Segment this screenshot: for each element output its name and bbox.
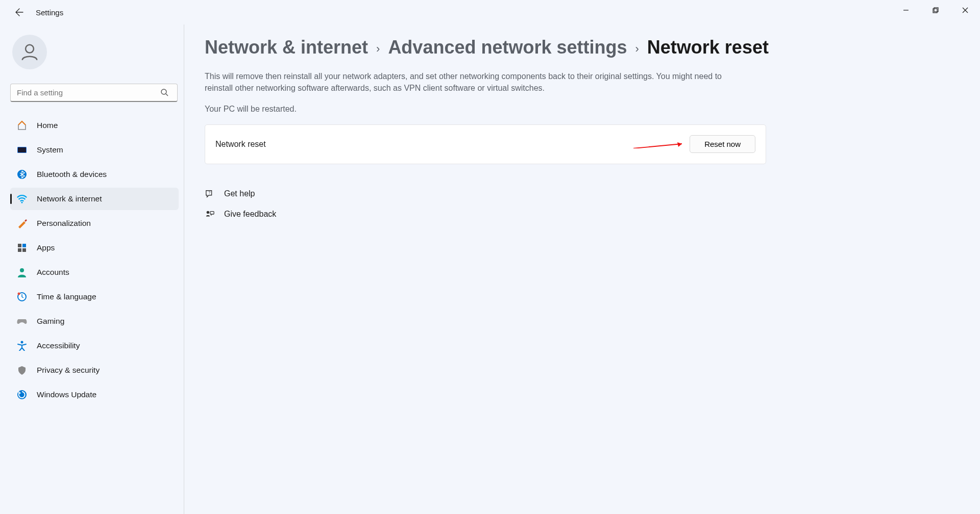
chevron-right-icon: › — [376, 39, 380, 56]
sidebar-item-label: Accounts — [37, 268, 69, 277]
breadcrumb: Network & internet › Advanced network se… — [205, 37, 958, 58]
svg-point-19 — [21, 341, 23, 344]
sidebar-item-label: Bluetooth & devices — [37, 170, 107, 179]
sidebar-item-personalization[interactable]: Personalization — [10, 212, 179, 235]
svg-rect-15 — [22, 248, 26, 252]
svg-rect-13 — [22, 244, 26, 247]
give-feedback-link[interactable]: Give feedback — [205, 205, 958, 223]
sidebar-item-label: Gaming — [37, 317, 64, 326]
svg-line-21 — [633, 144, 682, 148]
sidebar-item-label: System — [37, 145, 63, 155]
gaming-icon — [16, 316, 28, 327]
time-icon — [16, 291, 28, 302]
page-title: Network reset — [647, 37, 769, 58]
svg-rect-1 — [933, 9, 937, 13]
sidebar-item-label: Windows Update — [37, 390, 96, 399]
svg-point-18 — [18, 293, 20, 295]
description-text: This will remove then reinstall all your… — [205, 70, 741, 94]
sidebar-item-label: Time & language — [37, 292, 96, 301]
search-icon — [160, 88, 168, 98]
home-icon — [16, 120, 28, 131]
close-button[interactable] — [950, 0, 980, 20]
main-content: Network & internet › Advanced network se… — [184, 24, 980, 514]
breadcrumb-advanced[interactable]: Advanced network settings — [388, 37, 627, 58]
sidebar-item-label: Personalization — [37, 219, 91, 228]
arrow-left-icon — [15, 8, 23, 16]
sidebar-item-update[interactable]: Windows Update — [10, 383, 179, 406]
minimize-button[interactable] — [891, 0, 921, 20]
maximize-button[interactable] — [921, 0, 950, 20]
accounts-icon — [16, 267, 28, 278]
svg-rect-25 — [210, 211, 214, 214]
avatar[interactable] — [12, 35, 47, 69]
window-controls — [891, 0, 980, 24]
bluetooth-icon — [16, 169, 28, 180]
privacy-icon — [16, 365, 28, 376]
svg-line-7 — [166, 94, 168, 96]
app-title: Settings — [36, 8, 63, 17]
annotation-arrow-icon — [633, 142, 684, 148]
svg-rect-14 — [18, 248, 21, 252]
update-icon — [16, 389, 28, 400]
restart-note: Your PC will be restarted. — [205, 103, 741, 115]
sidebar-item-label: Privacy & security — [37, 366, 100, 375]
network-reset-card: Network reset Reset now — [205, 124, 766, 164]
system-icon — [16, 144, 28, 156]
user-icon — [20, 42, 39, 62]
sidebar-item-label: Network & internet — [37, 194, 102, 203]
feedback-icon — [205, 209, 215, 219]
sidebar: Home System Bluetooth & devices Network … — [0, 24, 184, 514]
sidebar-item-home[interactable]: Home — [10, 114, 179, 137]
svg-point-5 — [26, 45, 34, 53]
search-box — [10, 84, 179, 102]
back-button[interactable] — [10, 3, 29, 21]
sidebar-item-system[interactable]: System — [10, 139, 179, 161]
sidebar-item-bluetooth[interactable]: Bluetooth & devices — [10, 163, 179, 186]
sidebar-item-accessibility[interactable]: Accessibility — [10, 335, 179, 357]
sidebar-item-apps[interactable]: Apps — [10, 237, 179, 259]
search-input[interactable] — [10, 84, 178, 102]
close-icon — [962, 7, 968, 13]
sidebar-item-network[interactable]: Network & internet — [10, 188, 179, 210]
sidebar-item-gaming[interactable]: Gaming — [10, 310, 179, 332]
svg-point-11 — [21, 202, 23, 203]
svg-rect-2 — [934, 8, 938, 12]
breadcrumb-network[interactable]: Network & internet — [205, 37, 368, 58]
feedback-label: Give feedback — [224, 210, 276, 219]
apps-icon — [16, 242, 28, 253]
sidebar-item-label: Home — [37, 121, 58, 130]
svg-marker-22 — [677, 142, 682, 147]
titlebar: Settings — [0, 0, 980, 24]
help-label: Get help — [224, 189, 255, 198]
sidebar-item-privacy[interactable]: Privacy & security — [10, 359, 179, 381]
svg-point-6 — [161, 89, 166, 94]
personalization-icon — [16, 218, 28, 229]
get-help-link[interactable]: ? Get help — [205, 185, 958, 203]
sidebar-item-time[interactable]: Time & language — [10, 286, 179, 308]
sidebar-item-accounts[interactable]: Accounts — [10, 261, 179, 284]
minimize-icon — [903, 7, 909, 13]
help-icon: ? — [205, 189, 215, 199]
svg-rect-12 — [18, 244, 21, 247]
maximize-icon — [933, 7, 939, 13]
wifi-icon — [16, 193, 28, 204]
svg-point-16 — [20, 268, 24, 272]
svg-text:?: ? — [208, 190, 210, 195]
chevron-right-icon: › — [635, 39, 639, 56]
sidebar-item-label: Accessibility — [37, 341, 80, 350]
svg-rect-9 — [18, 147, 26, 152]
svg-point-24 — [207, 211, 209, 213]
accessibility-icon — [16, 340, 28, 351]
card-label: Network reset — [215, 140, 266, 149]
reset-now-button[interactable]: Reset now — [690, 135, 755, 153]
sidebar-item-label: Apps — [37, 243, 55, 252]
